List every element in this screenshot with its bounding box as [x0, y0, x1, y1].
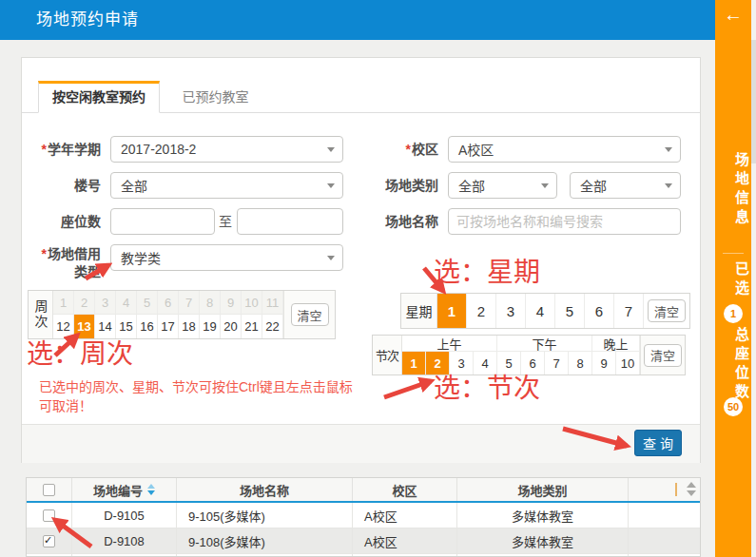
tab-free-classroom[interactable]: 按空闲教室预约: [38, 81, 160, 113]
seats-min-input[interactable]: [110, 208, 215, 235]
sidebar-venue-info-label: 场地信息: [715, 152, 751, 228]
week-cell[interactable]: 19: [200, 315, 221, 338]
week-cell: 3: [95, 291, 116, 315]
week-cell[interactable]: 16: [137, 315, 158, 338]
collapse-arrow-icon[interactable]: ←: [715, 4, 751, 26]
week-cell: 10: [242, 291, 262, 315]
period-cell[interactable]: 10: [616, 352, 640, 375]
weekday-cell[interactable]: 6: [585, 294, 614, 328]
period-selector-label: 节次: [373, 336, 402, 375]
weekday-cell[interactable]: 7: [614, 294, 644, 328]
building-select[interactable]: 全部: [110, 172, 343, 199]
period-cell[interactable]: 3: [450, 352, 474, 375]
column-header-code[interactable]: 场地编号: [72, 478, 177, 501]
table-row[interactable]: D-9105 9-105(多媒体) A校区 多媒体教室: [27, 503, 700, 528]
cell-venue-name: 9-105(多媒体): [177, 503, 353, 528]
week-cell: 11: [262, 291, 283, 315]
campus-select-value: A校区: [458, 140, 494, 159]
weekday-cell[interactable]: 2: [467, 294, 496, 328]
period-cell[interactable]: 6: [521, 352, 545, 375]
table-scroll-buttons[interactable]: [687, 482, 696, 496]
venue-name-search-input[interactable]: [448, 208, 681, 235]
venue-category-label: 场地类别: [359, 172, 438, 199]
sidebar-divider: [723, 253, 744, 254]
venue-category-1-value: 全部: [458, 176, 485, 195]
borrow-type-select[interactable]: 教学类: [110, 244, 343, 271]
period-cell-selected[interactable]: 1: [402, 352, 426, 375]
week-cell[interactable]: 18: [179, 315, 200, 338]
week-cell[interactable]: 17: [158, 315, 179, 338]
period-clear-button[interactable]: 清空: [644, 344, 682, 367]
selected-count-badge: 1: [724, 304, 743, 323]
venue-category-select-1[interactable]: 全部: [448, 172, 557, 199]
period-section-afternoon: 下午: [497, 336, 592, 352]
chevron-down-icon: [665, 183, 672, 188]
period-cell[interactable]: 9: [592, 352, 616, 375]
campus-label: *校区: [359, 136, 438, 163]
table-row[interactable]: D-9108 9-108(多媒体) A校区 多媒体教室: [27, 528, 700, 554]
week-cell[interactable]: 22: [262, 315, 283, 338]
row-checkbox[interactable]: [43, 509, 55, 522]
period-cell[interactable]: 7: [545, 352, 569, 375]
venue-category-2-value: 全部: [580, 176, 607, 195]
week-cell[interactable]: 14: [95, 315, 116, 338]
cell-category: 多媒体教室: [457, 528, 629, 553]
cell-venue-code: D-9105: [72, 503, 177, 528]
weekday-clear-cell: 清空: [644, 294, 689, 328]
weekday-selector-label: 星期: [401, 294, 437, 328]
week-cell[interactable]: 15: [116, 315, 137, 338]
venue-category-select-2[interactable]: 全部: [570, 172, 681, 199]
column-header-name: 场地名称: [177, 478, 353, 501]
weekday-cell[interactable]: 4: [526, 294, 555, 328]
venue-results-table: 场地编号 场地名称 校区 场地类别 D-9105 9-105(多媒体) A校区 …: [26, 477, 701, 557]
period-cell[interactable]: 4: [474, 352, 497, 375]
period-cell[interactable]: 8: [569, 352, 592, 375]
cell-venue-code: D-9108: [72, 528, 177, 553]
week-cell[interactable]: 12: [53, 315, 74, 338]
chevron-down-icon: [327, 256, 335, 260]
page-header: 场地预约申请: [0, 0, 715, 40]
semester-select-value: 2017-2018-2: [121, 142, 196, 157]
table-header-row: 场地编号 场地名称 校区 场地类别: [27, 478, 700, 503]
week-cell: 9: [221, 291, 242, 315]
weekday-cell[interactable]: 3: [496, 294, 526, 328]
scroll-up-icon[interactable]: [687, 482, 696, 488]
period-section-evening: 晚上: [592, 336, 640, 352]
annotation-pick-period: 选：节次: [434, 375, 540, 404]
required-asterisk: *: [42, 142, 47, 157]
ctrl-unselect-hint: 已选中的周次、星期、节次可按住Ctrl键且左点击鼠标 可取消！: [39, 377, 353, 415]
week-cell-selected[interactable]: 13: [74, 315, 95, 338]
search-button[interactable]: 查 询: [634, 430, 682, 456]
scroll-down-icon[interactable]: [687, 490, 696, 496]
period-cell[interactable]: 5: [497, 352, 521, 375]
weekday-cell-selected[interactable]: 1: [437, 294, 467, 328]
building-select-value: 全部: [121, 176, 147, 195]
week-cell: 6: [158, 291, 179, 315]
seats-max-input[interactable]: [237, 208, 343, 235]
cell-empty: [629, 503, 700, 528]
text-cursor-artifact: [675, 483, 677, 496]
week-clear-button[interactable]: 清空: [291, 303, 329, 326]
select-all-checkbox[interactable]: [43, 484, 55, 496]
page-scrollbar[interactable]: [751, 0, 756, 557]
sidebar-selected-label: 已选: [715, 261, 751, 299]
building-label: 楼号: [22, 172, 101, 199]
scrollbar-thumb[interactable]: [751, 40, 756, 163]
weekday-cell[interactable]: 5: [555, 294, 585, 328]
annotation-pick-week: 选：周次: [27, 340, 133, 370]
week-cell: 4: [116, 291, 137, 315]
week-cell[interactable]: 21: [242, 315, 262, 338]
page-title: 场地预约申请: [36, 0, 139, 40]
row-checkbox[interactable]: [43, 535, 55, 547]
chevron-down-icon: [541, 183, 549, 188]
week-cell[interactable]: 20: [221, 315, 242, 338]
campus-select[interactable]: A校区: [448, 136, 681, 163]
cell-empty: [629, 528, 700, 553]
period-cell-selected[interactable]: 2: [426, 352, 450, 375]
week-cell: 2: [74, 291, 95, 315]
weekday-clear-button[interactable]: 清空: [648, 299, 686, 322]
tab-reserved-classroom[interactable]: 已预约教室: [161, 82, 270, 112]
semester-select[interactable]: 2017-2018-2: [110, 136, 343, 163]
week-selector-label: 周次: [29, 291, 53, 338]
sort-icon[interactable]: [147, 484, 155, 495]
